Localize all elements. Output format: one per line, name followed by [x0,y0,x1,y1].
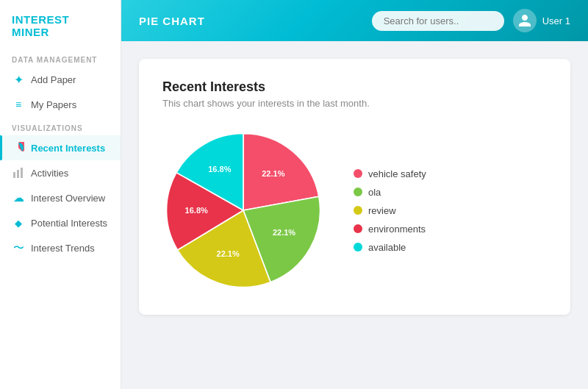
card-subtitle: This chart shows your interests in the l… [162,98,547,109]
svg-text:22.1%: 22.1% [273,228,295,237]
legend-label: review [368,205,396,216]
legend-dot [354,243,362,251]
svg-text:16.8%: 16.8% [185,206,208,215]
sidebar-item-recent-interests[interactable]: Recent Interests [0,135,121,160]
svg-rect-2 [21,168,23,178]
header: PIE CHART User 1 [121,0,588,41]
section-label-viz: VISUALIZATIONS [0,117,121,135]
bar-icon [12,166,25,179]
legend-item: environments [354,224,426,235]
legend-dot [354,224,362,233]
pie-icon [12,141,25,154]
avatar [513,9,537,32]
header-right: User 1 [372,9,570,32]
plus-icon: ✦ [12,73,25,86]
search-input[interactable] [372,11,504,31]
wave-icon: 〜 [12,241,25,254]
sidebar-item-my-papers[interactable]: ≡ My Papers [0,92,121,117]
card-title: Recent Interests [162,79,547,95]
user-label: User 1 [542,15,570,26]
legend-item: review [354,205,426,216]
pie-chart: 22.1%22.1%22.1%16.8%16.8% [162,129,324,291]
legend-dot [354,169,362,178]
legend-dot [354,206,362,215]
section-label-data: DATA MANAGEMENT [0,49,121,67]
chart-card: Recent Interests This chart shows your i… [139,59,570,315]
cloud-icon: ☁ [12,191,25,204]
sidebar-item-potential-interests[interactable]: ◆ Potential Interests [0,210,121,235]
legend-label: vehicle safety [368,168,426,179]
chart-area: 22.1%22.1%22.1%16.8%16.8% vehicle safety… [162,129,547,291]
legend-label: ola [368,187,381,198]
legend-item: available [354,242,426,253]
legend-label: available [368,242,406,253]
main-area: PIE CHART User 1 Recent Interests This c… [121,0,588,389]
legend-dot [354,188,362,196]
sidebar-item-interest-overview[interactable]: ☁ Interest Overview [0,185,121,210]
svg-rect-1 [17,170,19,178]
svg-text:22.1%: 22.1% [217,249,240,258]
svg-text:22.1%: 22.1% [262,169,284,178]
list-icon: ≡ [12,98,25,111]
legend-item: vehicle safety [354,168,426,179]
legend-item: ola [354,187,426,198]
svg-rect-0 [13,172,15,178]
sidebar: INTEREST MINER DATA MANAGEMENT ✦ Add Pap… [0,0,121,389]
pie-svg: 22.1%22.1%22.1%16.8%16.8% [162,129,324,291]
chart-legend: vehicle safetyolareviewenvironmentsavail… [354,168,426,253]
svg-text:16.8%: 16.8% [208,165,231,174]
content-area: Recent Interests This chart shows your i… [121,41,588,389]
app-logo: INTEREST MINER [0,0,121,49]
sidebar-item-activities[interactable]: Activities [0,160,121,185]
diamond-icon: ◆ [12,216,25,229]
user-badge[interactable]: User 1 [513,9,570,32]
sidebar-item-interest-trends[interactable]: 〜 Interest Trends [0,235,121,260]
sidebar-item-add-paper[interactable]: ✦ Add Paper [0,67,121,92]
page-title: PIE CHART [139,15,205,27]
legend-label: environments [368,224,426,235]
